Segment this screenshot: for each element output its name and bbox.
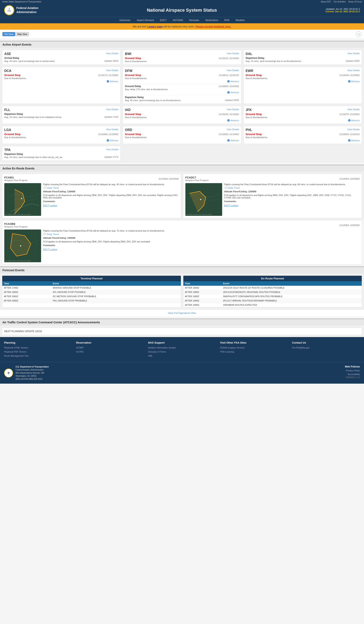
view-details-dfw[interactable]: View Details	[227, 69, 239, 72]
advisory-badge-dfw-gs: i Advisory	[125, 80, 239, 82]
comments-label-fcadc7: Comments:	[224, 200, 360, 203]
view-details-ord[interactable]: View Details	[227, 128, 239, 130]
enroute-desc-fcaid1: Flights crossing the Flow Constrained Ar…	[43, 183, 179, 185]
footer-email[interactable]: Fly-FAA@faa.gov	[292, 346, 360, 350]
enroute-card-fcaob6: FCAOB6 Airspace Flow Program 21/1830Z–22…	[2, 220, 362, 264]
local-time-button[interactable]: 🕐	[356, 31, 362, 37]
header: ✈FAA Federal Aviation Administration Nat…	[0, 3, 364, 17]
svg-point-4	[200, 199, 201, 200]
edct-link-fcadc7[interactable]: EDCT Lookup	[224, 204, 238, 207]
delay-trend-link-fcaob6[interactable]: 🕐 Delay Trend	[43, 233, 360, 235]
our-activities-link[interactable]: Our Activities	[334, 0, 346, 3]
event-desc-fll: Avg. 15 mins. (and increasing) due to tm…	[4, 116, 62, 118]
footer-ecvrs[interactable]: eCVRS	[76, 350, 144, 354]
view-details-ewr[interactable]: View Details	[347, 69, 360, 72]
view-details-phl[interactable]: View Details	[347, 128, 360, 130]
view-details-bwi[interactable]: View Details	[227, 52, 239, 54]
footer-route-mgmt[interactable]: Route Management Tool	[4, 354, 72, 358]
airport-code-phl: PHL	[246, 128, 252, 132]
delay-trend-link-fcaid1[interactable]: 🕐 Delay Trend	[43, 186, 179, 189]
view-details-tpa[interactable]: View Details	[106, 148, 118, 151]
fca-text-fcaob6: FCA applies to all departures and flight…	[43, 240, 360, 243]
enroute-col-event: Event	[222, 281, 362, 286]
areas-of-focus-link[interactable]: Areas of Focus	[348, 0, 362, 3]
forecast-enroute-title: En Route Planned	[183, 276, 362, 281]
map-view-button[interactable]: Map View	[16, 32, 29, 36]
event-time-iad: 21/1822Z–21/1930Z	[219, 113, 239, 115]
footer-ais[interactable]: Aviation Information System	[148, 346, 216, 350]
map-fcaob6: Esri, HERE, Garmin, USGS, EPA | Esri, HE…	[4, 230, 41, 262]
view-full-ops-link[interactable]: View Full Operations Plan	[168, 312, 196, 314]
nav-edct[interactable]: EDCT	[160, 19, 167, 22]
airport-code-ase: ASE	[4, 52, 11, 56]
airport-code-tpa: TPA	[4, 148, 11, 152]
main-nav: Advisories Airport Demand EDCT NOTAMS Re…	[0, 17, 364, 23]
event-desc-dfw-gd: Avg. delay 170 mins. due to thunderstorm…	[125, 88, 239, 91]
table-row: AFTER 1800Z ATL/CLT ARRIVAL ROUTES/CDR/S…	[183, 299, 362, 303]
edct-link-fcaid1[interactable]: EDCT Lookup	[43, 204, 57, 207]
info-icon-dca: i	[107, 80, 109, 82]
advisory-badge-lga: i Advisory	[4, 139, 118, 142]
event-desc-jfk: Due to thunderstorms.	[246, 116, 360, 119]
about-dot-link[interactable]: About DOT	[321, 0, 331, 3]
nav-reroutes[interactable]: Reroutes	[189, 19, 199, 22]
airport-card-ewr: EWR View Details Ground Stop 21/1834Z–21…	[243, 67, 362, 104]
event-desc-bwi: Due to thunderstorms.	[125, 60, 239, 63]
atcscc-announcement: NEXT PLANNING UPDATE 1915Z	[2, 328, 362, 335]
event-type-dfw-gs: Ground Stop	[125, 74, 141, 77]
event-desc-ewr: Due to thunderstorms.	[246, 77, 360, 79]
tile-view-button[interactable]: Tile View	[2, 32, 15, 36]
airport-card-tpa: TPA View Details Departure Delay Avg. 15…	[2, 146, 121, 161]
nav-restrictions[interactable]: Restrictions	[206, 19, 218, 22]
view-details-fll[interactable]: View Details	[106, 108, 118, 111]
footer-flyfaa[interactable]: FlyFAA (Legacy Version)	[220, 346, 288, 350]
legacy-page-link[interactable]: Legacy page	[147, 25, 162, 28]
program-id-fcadc7: FCADC7	[185, 176, 196, 179]
banner-text-before: We are live!	[133, 25, 147, 28]
footer-privacy-link[interactable]: Privacy Policy	[345, 369, 360, 373]
event-time-dca: 21/1817Z–21/1930Z	[98, 74, 118, 77]
footer-accessibility-link[interactable]: Accessibility	[345, 373, 360, 376]
nav-notams[interactable]: NOTAMS	[173, 19, 183, 22]
feedback-link[interactable]: Please provide feedback here.	[195, 25, 231, 28]
view-details-dca[interactable]: View Details	[106, 69, 118, 72]
program-subtype-fcadc7: Airspace Flow Program	[185, 179, 209, 182]
airport-code-bwi: BWI	[125, 52, 131, 56]
svg-text:Esri, HERE, Garmin, USGS, EPA : Esri, HERE, Garmin, USGS, EPA | Esri, HE…	[5, 260, 30, 261]
advisory-badge-ord: i Advisory	[125, 139, 239, 142]
footer-xml[interactable]: XML	[148, 354, 216, 358]
nav-advisories[interactable]: Advisories	[119, 19, 130, 22]
view-details-iad[interactable]: View Details	[227, 108, 239, 111]
airport-card-jfk: JFK View Details Ground Stop 21/1837Z–21…	[243, 106, 362, 124]
footer-playbook-pdf[interactable]: Playbook PDF Version	[4, 350, 72, 354]
nav-rvr[interactable]: RVR	[224, 19, 229, 22]
footer-estmp[interactable]: eSTMP	[76, 346, 144, 350]
footer-playbook-html[interactable]: Playbook HTML Version	[4, 346, 72, 350]
forecast-events-header: Forecast Events	[0, 266, 364, 273]
view-details-jfk[interactable]: View Details	[347, 108, 360, 111]
current-time: Current: Jun 21, 2021 19:16:12 Z	[325, 10, 360, 13]
view-details-dal[interactable]: View Details	[347, 52, 360, 54]
delay-trend-link-fcadc7[interactable]: 🕐 Delay Trend	[224, 186, 360, 189]
view-controls: Tile View Map View 🕐	[0, 30, 364, 39]
airport-code-dal: DAL	[246, 52, 252, 56]
footer-tfm[interactable]: TFM Learning	[220, 350, 288, 354]
airport-code-jfk: JFK	[246, 108, 252, 112]
edct-link-fcaob6[interactable]: EDCT Lookup	[43, 248, 57, 251]
event-desc-dfw-gs: Due to thunderstorms.	[125, 77, 239, 79]
forecast-grid: Terminal Planned Time Event AFTER 1700Z …	[0, 273, 364, 310]
nav-airport-demand[interactable]: Airport Demand	[137, 19, 154, 22]
view-details-lga[interactable]: View Details	[106, 128, 118, 130]
terminal-col-time: Time	[2, 281, 51, 286]
clock-icon-fcaid1: 🕐	[43, 186, 46, 189]
view-toggle-group: Tile View Map View	[2, 32, 29, 36]
airport-card-fll: FLL View Details Departure Delay Avg. 15…	[2, 106, 121, 124]
footer-glossary[interactable]: Glossary of Terms	[148, 350, 216, 354]
airport-code-ord: ORD	[125, 128, 132, 132]
program-time-fcaid1: 21/1830Z–22/0259Z	[158, 178, 179, 180]
footer-nas-title: NAS Support	[148, 341, 216, 344]
live-banner: We are live! Legacy page will be replace…	[0, 23, 364, 30]
nav-weather[interactable]: Weather	[235, 19, 245, 22]
airport-code-lga: LGA	[4, 128, 11, 132]
view-details-ase[interactable]: View Details	[106, 52, 118, 54]
